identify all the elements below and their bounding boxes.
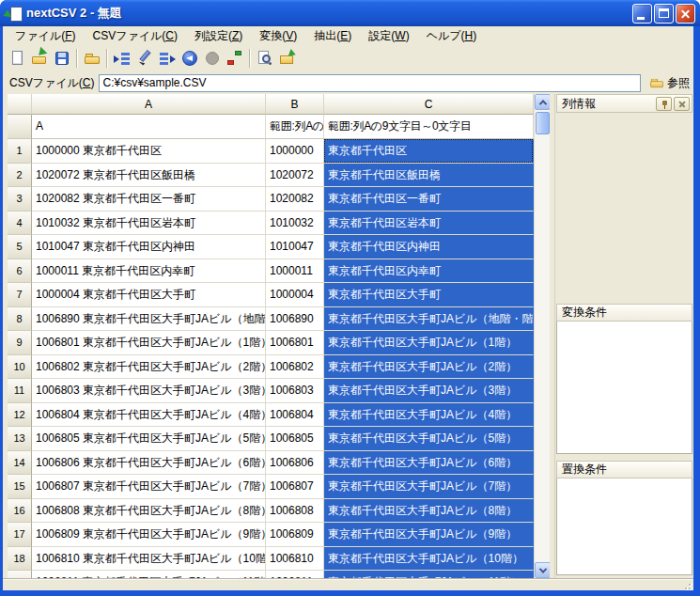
insert-column-button[interactable] bbox=[111, 47, 133, 70]
menu-item-7[interactable]: ヘルプ(H) bbox=[418, 26, 486, 46]
grid-scrollbar[interactable] bbox=[534, 94, 550, 578]
cell-B[interactable]: 1000004 bbox=[266, 283, 324, 307]
cell-C[interactable]: 東京都千代田区大手町JAビル（6階） bbox=[324, 451, 534, 476]
cell-C[interactable]: 東京都千代田区飯田橋 bbox=[324, 164, 534, 188]
resize-grip[interactable] bbox=[681, 581, 692, 590]
column-header-B[interactable]: B bbox=[266, 94, 324, 115]
cell-B[interactable]: 1020082 bbox=[266, 187, 324, 212]
cell-C[interactable]: 東京都千代田区大手町JAビル（9階） bbox=[324, 523, 534, 547]
cell-C[interactable]: 東京都千代田区大手町JAビル（7階） bbox=[324, 475, 534, 499]
cell-C[interactable]: 東京都千代田区大手町JAビル（3階） bbox=[324, 379, 534, 403]
close-button[interactable] bbox=[676, 4, 695, 24]
cell-A[interactable]: 1006804 東京都千代田区大手町JAビル（4階） bbox=[32, 403, 266, 428]
cell-B[interactable]: 1010032 bbox=[266, 212, 324, 236]
row-number[interactable]: 7 bbox=[8, 283, 32, 307]
row-number[interactable]: 14 bbox=[8, 451, 32, 476]
cell-B[interactable]: 1000000 bbox=[266, 139, 324, 164]
row-number[interactable]: 18 bbox=[8, 547, 32, 572]
row-number[interactable]: 13 bbox=[8, 427, 32, 451]
column-subheader-B[interactable]: 範囲:列Aの bbox=[266, 115, 324, 139]
row-number[interactable]: 3 bbox=[8, 187, 32, 212]
row-number[interactable]: 2 bbox=[8, 164, 32, 188]
cell-A[interactable]: 1000000 東京都千代田区 bbox=[32, 139, 266, 164]
row-number[interactable]: 19 bbox=[8, 571, 32, 578]
cell-B[interactable]: 1000011 bbox=[266, 259, 324, 284]
cell-A[interactable]: 1010047 東京都千代田区内神田 bbox=[32, 235, 266, 259]
row-number[interactable]: 9 bbox=[8, 331, 32, 355]
maximize-button[interactable] bbox=[654, 4, 674, 24]
save-button[interactable] bbox=[51, 47, 73, 70]
cell-A[interactable]: 1020072 東京都千代田区飯田橋 bbox=[32, 164, 266, 188]
cell-B[interactable]: 1006890 bbox=[266, 307, 324, 332]
scroll-up-button[interactable] bbox=[535, 94, 550, 110]
cell-B[interactable]: 1006810 bbox=[266, 547, 324, 572]
convert-conditions-list[interactable] bbox=[556, 322, 692, 454]
cell-A[interactable]: 1000004 東京都千代田区大手町 bbox=[32, 283, 266, 307]
cell-A[interactable]: 1010032 東京都千代田区岩本町 bbox=[32, 212, 266, 236]
cell-A[interactable]: 1006811 東京都千代田区大手町JAビル（11階） bbox=[32, 571, 266, 578]
title-bar[interactable]: nextCSV 2 - 無題 bbox=[0, 0, 700, 26]
cell-C[interactable]: 東京都千代田区 bbox=[324, 139, 534, 164]
cell-A[interactable]: 1006809 東京都千代田区大手町JAビル（9階） bbox=[32, 523, 266, 547]
cell-B[interactable]: 1006802 bbox=[266, 355, 324, 380]
row-number[interactable]: 8 bbox=[8, 307, 32, 332]
cell-B[interactable]: 1006811 bbox=[266, 571, 324, 578]
menu-item-3[interactable]: 列設定(Z) bbox=[186, 26, 251, 46]
cell-C[interactable]: 東京都千代田区大手町JAビル（8階） bbox=[324, 499, 534, 524]
menu-item-2[interactable]: CSVファイル(C) bbox=[84, 26, 185, 46]
replace-conditions-list[interactable] bbox=[556, 478, 692, 575]
preview-button[interactable] bbox=[254, 47, 276, 70]
stop-button[interactable] bbox=[201, 47, 224, 70]
row-number[interactable]: 6 bbox=[8, 259, 32, 284]
scroll-down-button[interactable] bbox=[535, 562, 550, 578]
cell-B[interactable]: 1006806 bbox=[266, 451, 324, 476]
open-file-button[interactable] bbox=[28, 47, 51, 70]
menu-item-4[interactable]: 変換(V) bbox=[251, 26, 305, 46]
cell-C[interactable]: 東京都千代田区大手町 bbox=[324, 283, 534, 307]
cell-C[interactable]: 東京都千代田区大手町JAビル（地階・階層不明） bbox=[324, 307, 534, 332]
cell-A[interactable]: 1006808 東京都千代田区大手町JAビル（8階） bbox=[32, 499, 266, 524]
cell-C[interactable]: 東京都千代田区大手町JAビル（5階） bbox=[324, 427, 534, 451]
cell-C[interactable]: 東京都千代田区一番町 bbox=[324, 187, 534, 212]
column-subheader-C[interactable]: 範囲:列Aの9文字目～0文字目 bbox=[324, 115, 534, 139]
cell-A[interactable]: 1006810 東京都千代田区大手町JAビル（10階） bbox=[32, 547, 266, 572]
cell-B[interactable]: 1006808 bbox=[266, 499, 324, 524]
column-header-C[interactable]: C bbox=[324, 94, 534, 115]
cell-B[interactable]: 1006804 bbox=[266, 403, 324, 428]
row-number[interactable]: 15 bbox=[8, 475, 32, 499]
cell-A[interactable]: 1006802 東京都千代田区大手町JAビル（2階） bbox=[32, 355, 266, 380]
cell-A[interactable]: 1006805 東京都千代田区大手町JAビル（5階） bbox=[32, 427, 266, 451]
extract-column-button[interactable] bbox=[156, 47, 179, 70]
menu-item-5[interactable]: 抽出(E) bbox=[305, 26, 360, 46]
cell-B[interactable]: 1010047 bbox=[266, 235, 324, 259]
row-number[interactable]: 1 bbox=[8, 139, 32, 164]
browse-button[interactable]: 参照 bbox=[647, 73, 690, 92]
undo-button[interactable] bbox=[179, 47, 201, 70]
cell-A[interactable]: 1000011 東京都千代田区内幸町 bbox=[32, 259, 266, 284]
column-subheader-A[interactable]: A bbox=[32, 115, 266, 139]
cell-A[interactable]: 1006801 東京都千代田区大手町JAビル（1階） bbox=[32, 331, 266, 355]
new-file-button[interactable] bbox=[6, 47, 28, 70]
cell-A[interactable]: 1006806 東京都千代田区大手町JAビル（6階） bbox=[32, 451, 266, 476]
row-number[interactable]: 4 bbox=[8, 212, 32, 236]
row-number[interactable]: 17 bbox=[8, 523, 32, 547]
cell-C[interactable]: 東京都千代田区内神田 bbox=[324, 235, 534, 259]
cell-C[interactable]: 東京都千代田区大手町JAビル（1階） bbox=[324, 331, 534, 355]
cell-C[interactable]: 東京都千代田区大手町JAビル（4階） bbox=[324, 403, 534, 428]
minimize-button[interactable] bbox=[632, 4, 652, 24]
row-number[interactable]: 12 bbox=[8, 403, 32, 428]
scrollbar-thumb[interactable] bbox=[536, 112, 550, 134]
cell-C[interactable]: 東京都千代田区大手町JAビル（2階） bbox=[324, 355, 534, 380]
row-number[interactable]: 11 bbox=[8, 379, 32, 403]
cell-A[interactable]: 1006803 東京都千代田区大手町JAビル（3階） bbox=[32, 379, 266, 403]
cell-B[interactable]: 1006807 bbox=[266, 475, 324, 499]
menu-item-6[interactable]: 設定(W) bbox=[360, 26, 417, 46]
cell-B[interactable]: 1006803 bbox=[266, 379, 324, 403]
row-number[interactable]: 16 bbox=[8, 499, 32, 524]
cell-B[interactable]: 1020072 bbox=[266, 164, 324, 188]
pin-button[interactable] bbox=[656, 97, 672, 111]
csv-file-input[interactable] bbox=[99, 74, 641, 92]
column-header-A[interactable]: A bbox=[32, 94, 266, 115]
export-button[interactable] bbox=[276, 47, 299, 70]
cell-B[interactable]: 1006801 bbox=[266, 331, 324, 355]
